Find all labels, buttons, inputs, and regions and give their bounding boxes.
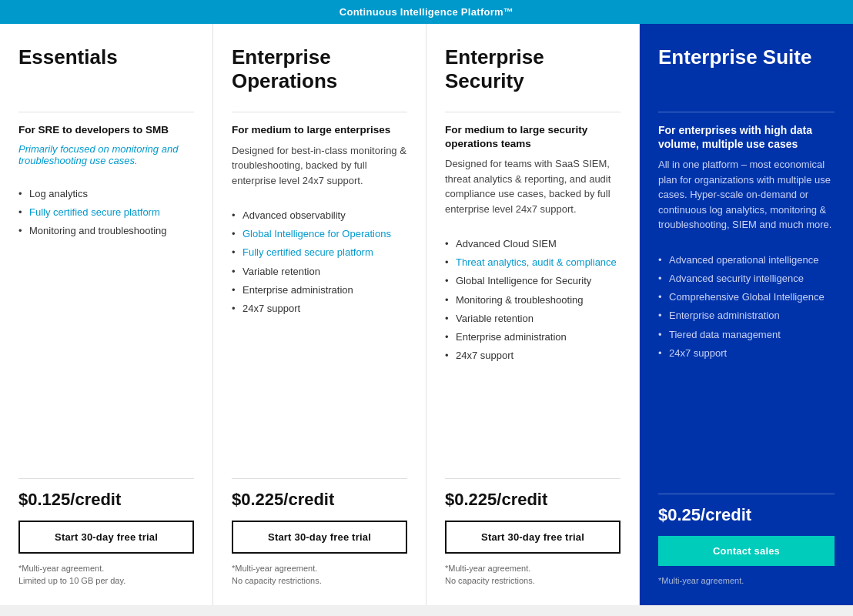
target-audience-enterprise-security: For medium to large security operations … — [445, 123, 621, 150]
feature-item-enterprise-suite-4: Tiered data management — [658, 326, 835, 344]
feature-link-essentials-1[interactable]: Fully certified secure platform — [29, 206, 160, 218]
feature-item-enterprise-security-1: Threat analytics, audit & compliance — [445, 253, 621, 272]
footnote-enterprise-security: *Multi-year agreement. No capacity restr… — [445, 563, 621, 587]
target-desc-essentials: Primarily focused on monitoring and trou… — [18, 143, 194, 166]
divider-bottom-enterprise-security — [445, 478, 621, 479]
feature-item-enterprise-operations-5: 24x7 support — [232, 300, 407, 318]
feature-item-enterprise-security-0: Advanced Cloud SIEM — [445, 235, 621, 253]
feature-item-enterprise-security-3: Monitoring & troubleshooting — [445, 291, 621, 310]
footnote-essentials: *Multi-year agreement. Limited up to 10 … — [18, 563, 194, 587]
feature-item-enterprise-operations-1: Global Intelligence for Operations — [232, 225, 407, 243]
plan-title-enterprise-suite: Enterprise Suite — [658, 45, 835, 99]
feature-item-enterprise-suite-5: 24x7 support — [658, 344, 835, 363]
top-bar: Continuous Intelligence Platform™ — [0, 0, 853, 24]
target-desc-enterprise-security: Designed for teams with SaaS SIEM, threa… — [445, 156, 621, 216]
divider-top-enterprise-suite — [658, 112, 835, 112]
target-desc-enterprise-operations: Designed for best-in-class monitoring & … — [232, 143, 407, 189]
feature-link-enterprise-operations-1[interactable]: Global Intelligence for Operations — [243, 228, 391, 239]
feature-item-enterprise-security-2: Global Intelligence for Security — [445, 272, 621, 290]
features-section-enterprise-operations: Advanced observabilityGlobal Intelligenc… — [232, 206, 407, 466]
plan-title-enterprise-security: Enterprise Security — [445, 45, 621, 99]
plan-title-enterprise-operations: Enterprise Operations — [232, 45, 407, 99]
feature-item-essentials-1: Fully certified secure platform — [18, 203, 194, 222]
features-section-enterprise-suite: Advanced operational intelligenceAdvance… — [658, 251, 835, 481]
feature-link-enterprise-operations-2[interactable]: Fully certified secure platform — [243, 246, 373, 258]
features-list-enterprise-security: Advanced Cloud SIEMThreat analytics, aud… — [445, 235, 621, 365]
features-list-essentials: Log analyticsFully certified secure plat… — [18, 185, 194, 241]
pricing-footer-enterprise-security: $0.225/creditStart 30-day free trial*Mul… — [445, 466, 621, 587]
pricing-footer-essentials: $0.125/creditStart 30-day free trial*Mul… — [18, 466, 194, 587]
target-desc-enterprise-suite: All in one platform – most economical pl… — [658, 157, 835, 233]
footnote-enterprise-operations: *Multi-year agreement. No capacity restr… — [232, 563, 407, 587]
feature-item-enterprise-operations-2: Fully certified secure platform — [232, 243, 407, 262]
price-enterprise-operations: $0.225/credit — [232, 490, 407, 510]
plan-title-essentials: Essentials — [18, 45, 194, 99]
feature-item-enterprise-operations-0: Advanced observability — [232, 206, 407, 225]
plan-col-enterprise-security: Enterprise SecurityFor medium to large s… — [426, 24, 640, 605]
feature-item-enterprise-operations-3: Variable retention — [232, 263, 407, 281]
features-list-enterprise-suite: Advanced operational intelligenceAdvance… — [658, 251, 835, 363]
features-list-enterprise-operations: Advanced observabilityGlobal Intelligenc… — [232, 206, 407, 318]
price-enterprise-suite: $0.25/credit — [658, 505, 835, 525]
feature-item-enterprise-suite-3: Enterprise administration — [658, 306, 835, 325]
divider-bottom-essentials — [18, 478, 194, 479]
feature-item-essentials-0: Log analytics — [18, 185, 194, 203]
divider-top-essentials — [18, 112, 194, 112]
features-section-enterprise-security: Advanced Cloud SIEMThreat analytics, aud… — [445, 235, 621, 466]
feature-item-enterprise-suite-2: Comprehensive Global Intelligence — [658, 288, 835, 306]
plan-col-enterprise-operations: Enterprise OperationsFor medium to large… — [213, 24, 426, 605]
divider-top-enterprise-operations — [232, 112, 407, 112]
target-audience-essentials: For SRE to developers to SMB — [18, 123, 194, 137]
cta-button-enterprise-security[interactable]: Start 30-day free trial — [445, 521, 621, 554]
feature-item-enterprise-security-6: 24x7 support — [445, 346, 621, 365]
feature-item-enterprise-security-4: Variable retention — [445, 310, 621, 328]
target-audience-enterprise-suite: For enterprises with high data volume, m… — [658, 123, 835, 151]
cta-button-essentials[interactable]: Start 30-day free trial — [18, 521, 194, 554]
divider-bottom-enterprise-operations — [232, 478, 407, 479]
price-enterprise-security: $0.225/credit — [445, 490, 621, 510]
pricing-footer-enterprise-operations: $0.225/creditStart 30-day free trial*Mul… — [232, 466, 407, 587]
features-section-essentials: Log analyticsFully certified secure plat… — [18, 185, 194, 467]
feature-item-enterprise-suite-1: Advanced security intelligence — [658, 270, 835, 288]
pricing-grid: EssentialsFor SRE to developers to SMBPr… — [0, 24, 853, 605]
divider-top-enterprise-security — [445, 112, 621, 112]
pricing-footer-enterprise-suite: $0.25/creditContact sales*Multi-year agr… — [658, 481, 835, 587]
plan-col-enterprise-suite: Enterprise SuiteFor enterprises with hig… — [640, 24, 853, 605]
plan-col-essentials: EssentialsFor SRE to developers to SMBPr… — [0, 24, 213, 605]
feature-link-enterprise-security-1[interactable]: Threat analytics, audit & compliance — [456, 256, 617, 268]
top-bar-label: Continuous Intelligence Platform™ — [340, 6, 514, 18]
price-essentials: $0.125/credit — [18, 490, 194, 510]
target-audience-enterprise-operations: For medium to large enterprises — [232, 123, 407, 137]
footnote-enterprise-suite: *Multi-year agreement. — [658, 575, 835, 587]
feature-item-enterprise-security-5: Enterprise administration — [445, 328, 621, 346]
feature-item-enterprise-suite-0: Advanced operational intelligence — [658, 251, 835, 270]
cta-button-enterprise-operations[interactable]: Start 30-day free trial — [232, 521, 407, 554]
cta-button-enterprise-suite[interactable]: Contact sales — [658, 536, 835, 566]
divider-bottom-enterprise-suite — [658, 494, 835, 494]
feature-item-essentials-2: Monitoring and troubleshooting — [18, 222, 194, 240]
feature-item-enterprise-operations-4: Enterprise administration — [232, 281, 407, 300]
